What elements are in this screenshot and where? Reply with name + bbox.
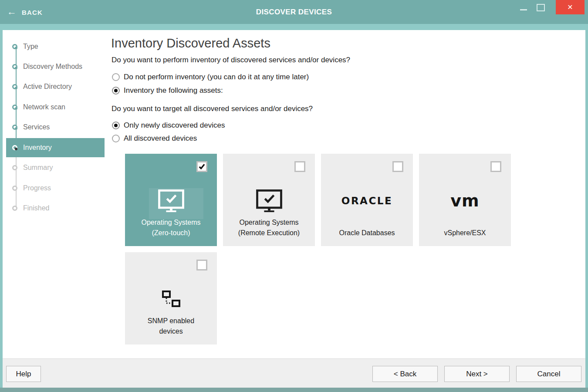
radio-button-icon xyxy=(112,87,120,95)
page-title: Inventory Discovered Assets xyxy=(111,36,270,51)
checkbox-icon[interactable] xyxy=(490,161,501,172)
asset-tile-vsphere-esx[interactable]: vm vSphere/ESX xyxy=(419,154,511,246)
tile-label: Operating Systems (Zero-touch) xyxy=(125,217,217,238)
step-label: Type xyxy=(23,43,38,51)
question-target-devices: Do you want to target all discovered ser… xyxy=(112,105,313,113)
step-label: Inventory xyxy=(23,144,52,152)
discover-devices-window: ← BACK DISCOVER DEVICES ✕ Type Discovery… xyxy=(0,0,588,392)
sidebar-step-network-scan[interactable]: Network scan xyxy=(6,98,105,117)
checkbox-icon[interactable] xyxy=(196,161,207,172)
step-label: Progress xyxy=(23,184,51,192)
asset-tile-snmp-devices[interactable]: SNMP enabled devices xyxy=(125,252,217,345)
sidebar-step-finished[interactable]: Finished xyxy=(6,199,105,218)
radio-label: Do not perform inventory (you can do it … xyxy=(124,73,309,81)
step-circle-icon xyxy=(12,125,17,130)
sidebar-step-summary[interactable]: Summary xyxy=(6,158,105,177)
titlebar-accent-band xyxy=(0,24,588,30)
step-label: Network scan xyxy=(23,103,65,111)
checkbox-icon[interactable] xyxy=(392,161,403,172)
radio-button-icon xyxy=(112,73,120,81)
asset-tile-os-remote-execution[interactable]: Operating Systems (Remote Execution) xyxy=(223,154,315,246)
tile-label: vSphere/ESX xyxy=(419,228,511,238)
close-icon[interactable]: ✕ xyxy=(556,0,585,14)
asset-tile-grid: Operating Systems (Zero-touch) Operating… xyxy=(125,154,517,345)
asset-tile-os-zero-touch[interactable]: Operating Systems (Zero-touch) xyxy=(125,154,217,246)
wizard-step-list: Type Discovery Methods Active Directory … xyxy=(3,30,108,222)
monitor-check-icon xyxy=(125,189,217,213)
radio-label: Inventory the following assets: xyxy=(124,86,223,95)
asset-tile-oracle-databases[interactable]: ORACLE Oracle Databases xyxy=(321,154,413,246)
tile-label: SNMP enabled devices xyxy=(125,316,217,337)
radio-button-icon xyxy=(112,122,120,129)
maximize-icon[interactable] xyxy=(537,4,545,11)
minimize-icon[interactable] xyxy=(520,9,527,10)
checkbox-icon[interactable] xyxy=(196,260,207,270)
sidebar-step-progress[interactable]: Progress xyxy=(6,179,105,198)
step-circle-icon xyxy=(12,206,17,211)
step-label: Active Directory xyxy=(23,83,72,91)
oracle-logo: ORACLE xyxy=(321,189,413,213)
step-circle-icon xyxy=(12,186,17,191)
step-circle-icon xyxy=(12,64,17,69)
window-bottom-border xyxy=(0,388,588,392)
radio-do-not-perform-inventory[interactable]: Do not perform inventory (you can do it … xyxy=(112,72,309,82)
checkbox-icon[interactable] xyxy=(294,161,305,172)
next-button[interactable]: Next > xyxy=(444,366,510,382)
radio-all-discovered[interactable]: All discovered devices xyxy=(112,134,197,143)
wizard-content: Type Discovery Methods Active Directory … xyxy=(3,30,585,388)
radio-label: Only newly discovered devices xyxy=(124,121,225,130)
back-arrow-icon: ← xyxy=(7,6,17,17)
question-perform-inventory: Do you want to perform inventory of disc… xyxy=(112,56,350,64)
step-label: Discovery Methods xyxy=(23,63,82,71)
sidebar-step-discovery-methods[interactable]: Discovery Methods xyxy=(6,57,105,76)
step-label: Finished xyxy=(23,204,49,212)
step-circle-icon xyxy=(12,145,17,150)
sidebar-step-active-directory[interactable]: Active Directory xyxy=(6,77,105,96)
radio-only-newly-discovered[interactable]: Only newly discovered devices xyxy=(112,121,225,130)
back-button[interactable]: < Back xyxy=(372,366,438,382)
step-circle-icon xyxy=(12,105,17,110)
vmware-logo: vm xyxy=(419,189,511,213)
cancel-button[interactable]: Cancel xyxy=(516,366,581,382)
tile-label: Oracle Databases xyxy=(321,228,413,238)
radio-inventory-following-assets[interactable]: Inventory the following assets: xyxy=(112,86,223,95)
step-label: Summary xyxy=(23,164,53,172)
step-circle-icon xyxy=(12,44,17,49)
step-label: Services xyxy=(23,123,50,131)
back-button-label: BACK xyxy=(22,8,43,16)
sidebar-step-services[interactable]: Services xyxy=(6,118,105,137)
radio-button-icon xyxy=(112,135,120,142)
sidebar-step-type[interactable]: Type xyxy=(6,37,105,56)
radio-label: All discovered devices xyxy=(124,134,197,143)
titlebar-back-button[interactable]: ← BACK xyxy=(7,6,43,17)
footer-bar: Help < Back Next > Cancel xyxy=(3,358,585,388)
step-circle-icon xyxy=(12,165,17,170)
window-title: DISCOVER DEVICES xyxy=(0,0,588,24)
sidebar-step-inventory[interactable]: Inventory xyxy=(6,138,105,157)
snmp-devices-icon xyxy=(125,287,217,311)
step-circle-icon xyxy=(12,84,17,89)
titlebar: ← BACK DISCOVER DEVICES ✕ xyxy=(0,0,588,24)
monitor-check-icon xyxy=(223,189,315,213)
help-button[interactable]: Help xyxy=(6,366,41,382)
tile-label: Operating Systems (Remote Execution) xyxy=(223,217,315,238)
